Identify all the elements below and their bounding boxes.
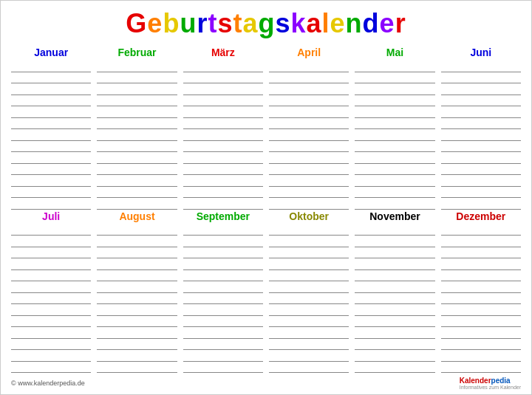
line	[441, 96, 521, 106]
line	[441, 73, 521, 83]
line	[97, 188, 177, 198]
month-col-april: April	[269, 47, 349, 210]
line	[183, 199, 263, 210]
line	[269, 188, 349, 198]
line	[269, 306, 349, 316]
line	[11, 119, 91, 129]
line	[97, 363, 177, 373]
lines-oktober	[269, 225, 349, 374]
copyright-text: © www.kalenderpedia.de	[11, 379, 85, 387]
line	[183, 271, 263, 281]
month-col-juni: Juni	[441, 47, 521, 210]
month-col-august: August	[97, 210, 177, 374]
line	[11, 317, 91, 327]
line	[441, 306, 521, 316]
line	[183, 329, 263, 339]
line	[269, 317, 349, 327]
lines-august	[97, 225, 177, 374]
line	[11, 329, 91, 339]
line	[441, 154, 521, 164]
line	[11, 283, 91, 293]
line	[269, 199, 349, 210]
line	[183, 73, 263, 83]
line	[183, 142, 263, 152]
line	[11, 351, 91, 362]
line	[97, 165, 177, 175]
line	[269, 237, 349, 247]
line	[183, 294, 263, 304]
calendar-grid: Januar Februar	[11, 47, 521, 374]
line	[11, 62, 91, 72]
line	[355, 73, 434, 83]
lines-juni	[441, 61, 521, 210]
line	[11, 96, 91, 106]
month-name-april: April	[269, 47, 349, 58]
month-col-november: November	[355, 210, 434, 374]
line	[355, 225, 434, 236]
line	[183, 237, 263, 247]
line	[11, 142, 91, 152]
lines-april	[269, 61, 349, 210]
line	[441, 237, 521, 247]
line	[11, 108, 91, 118]
line	[11, 363, 91, 373]
line	[183, 283, 263, 293]
line	[355, 165, 434, 175]
line	[97, 142, 177, 152]
line	[183, 165, 263, 175]
line	[269, 271, 349, 281]
lines-maerz	[183, 61, 263, 210]
line	[97, 73, 177, 83]
line	[355, 62, 434, 72]
line	[11, 131, 91, 141]
line	[183, 225, 263, 236]
line	[269, 283, 349, 293]
month-col-januar: Januar	[11, 47, 91, 210]
line	[97, 62, 177, 72]
line	[97, 119, 177, 129]
logo-subtitle: Informatives zum Kalender	[460, 385, 521, 390]
line	[97, 131, 177, 141]
line	[11, 306, 91, 316]
line	[269, 176, 349, 187]
line	[183, 317, 263, 327]
line	[183, 176, 263, 187]
line	[183, 306, 263, 316]
line	[269, 142, 349, 152]
line	[355, 351, 434, 362]
line	[183, 154, 263, 164]
line	[97, 225, 177, 236]
line	[11, 271, 91, 281]
month-name-september: September	[183, 210, 263, 222]
logo-text: Kalenderpedia	[460, 377, 511, 385]
line	[269, 108, 349, 118]
footer-right: Kalenderpedia Informatives zum Kalender	[460, 377, 521, 390]
line	[441, 199, 521, 210]
line	[441, 283, 521, 293]
line	[11, 225, 91, 236]
month-name-november: November	[355, 210, 434, 222]
line	[441, 176, 521, 187]
line	[97, 306, 177, 316]
lines-november	[355, 225, 434, 374]
line	[97, 294, 177, 304]
line	[269, 329, 349, 339]
line	[269, 96, 349, 106]
line	[11, 154, 91, 164]
line	[441, 131, 521, 141]
page-title: Geburtstagskalender	[126, 8, 406, 38]
line	[355, 119, 434, 129]
line	[11, 237, 91, 247]
lines-september	[183, 225, 263, 374]
line	[441, 225, 521, 236]
line	[355, 108, 434, 118]
line	[355, 85, 434, 95]
month-col-oktober: Oktober	[269, 210, 349, 374]
page: Geburtstagskalender Januar	[0, 0, 532, 395]
line	[11, 188, 91, 198]
line	[355, 271, 434, 281]
line	[11, 73, 91, 83]
title-row: Geburtstagskalender	[11, 8, 521, 39]
line	[269, 260, 349, 270]
line	[97, 271, 177, 281]
